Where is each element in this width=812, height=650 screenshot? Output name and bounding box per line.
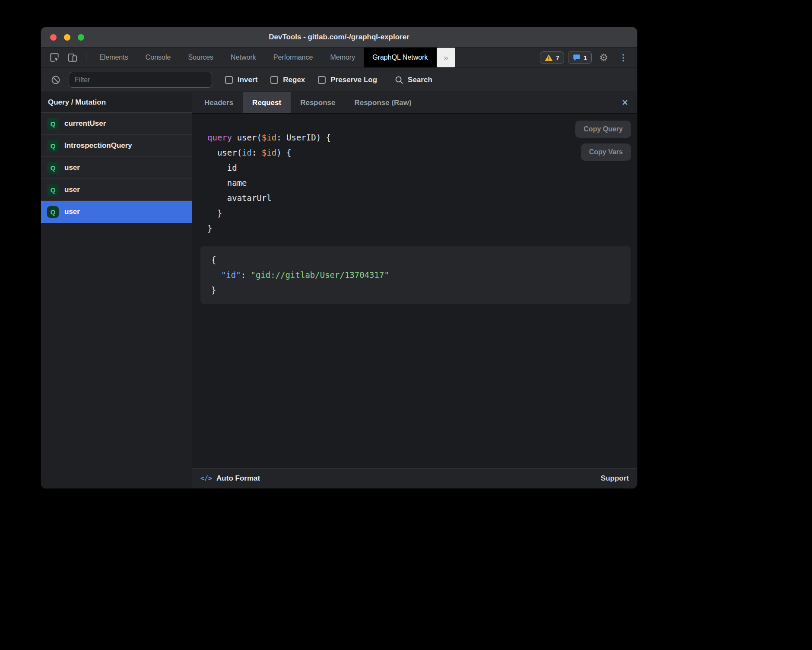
devtools-tab-console[interactable]: Console — [137, 48, 180, 67]
query-item-label: user — [64, 207, 80, 216]
query-type-badge: Q — [47, 140, 59, 152]
filter-input[interactable] — [69, 72, 212, 88]
auto-format-button[interactable]: </> Auto Format — [200, 474, 260, 483]
code-brackets-icon: </> — [200, 475, 212, 482]
code-line: } — [211, 283, 620, 298]
query-item-user[interactable]: Quser — [41, 157, 192, 179]
query-sidebar: Query / Mutation QcurrentUserQIntrospect… — [41, 92, 192, 488]
toolbar-right-controls: 7 1 ⚙ ⋮ — [540, 48, 637, 67]
query-variables-json: { "id": "gid://gitlab/User/13704317"} — [200, 246, 631, 304]
more-tabs-button[interactable]: » — [437, 48, 456, 67]
devtools-tab-performance[interactable]: Performance — [265, 48, 322, 67]
query-item-user[interactable]: Quser — [41, 201, 192, 223]
warning-icon — [545, 54, 553, 61]
devtools-tab-network[interactable]: Network — [222, 48, 265, 67]
graphql-query-code: query user($id: UserID) { user(id: $id) … — [207, 130, 637, 236]
regex-checkbox[interactable] — [270, 76, 278, 84]
chat-bubble-icon — [573, 54, 580, 61]
devtools-toolbar: ElementsConsoleSourcesNetworkPerformance… — [41, 48, 637, 68]
code-line: user(id: $id) { — [207, 145, 637, 160]
code-line: } — [207, 206, 637, 221]
devtools-window: DevTools - gitlab.com/-/graphql-explorer… — [41, 27, 637, 488]
detail-panel: HeadersRequestResponseResponse (Raw) ✕ C… — [192, 92, 637, 488]
query-item-label: IntrospectionQuery — [64, 141, 132, 150]
query-item-currentuser[interactable]: QcurrentUser — [41, 113, 192, 135]
query-item-introspectionquery[interactable]: QIntrospectionQuery — [41, 135, 192, 157]
search-label: Search — [408, 76, 432, 84]
request-panel: Copy Query Copy Vars query user($id: Use… — [192, 114, 637, 468]
minimize-window-button[interactable] — [64, 34, 70, 41]
code-line: "id": "gid://gitlab/User/13704317" — [211, 268, 620, 283]
copy-query-button[interactable]: Copy Query — [575, 121, 631, 138]
filter-toolbar: InvertRegexPreserve Log Search — [41, 68, 637, 92]
warning-count: 7 — [556, 54, 559, 61]
query-type-badge: Q — [47, 206, 59, 218]
code-line: name — [207, 175, 637, 191]
invert-checkbox[interactable] — [225, 76, 233, 84]
main-split: Query / Mutation QcurrentUserQIntrospect… — [41, 92, 637, 488]
regex-option[interactable]: Regex — [270, 76, 305, 84]
preserve-log-label: Preserve Log — [330, 76, 377, 84]
query-type-badge: Q — [47, 118, 59, 130]
query-item-label: currentUser — [64, 119, 106, 128]
device-toolbar-icon[interactable] — [63, 48, 82, 67]
regex-label: Regex — [283, 76, 305, 84]
filter-options: InvertRegexPreserve Log — [225, 76, 377, 84]
desktop-background: DevTools - gitlab.com/-/graphql-explorer… — [0, 0, 812, 650]
detail-tab-response[interactable]: Response — [291, 92, 345, 113]
code-line: } — [207, 221, 637, 236]
titlebar: DevTools - gitlab.com/-/graphql-explorer — [41, 27, 637, 48]
window-controls — [50, 34, 84, 41]
query-type-badge: Q — [47, 162, 59, 174]
copy-buttons: Copy Query Copy Vars — [575, 121, 631, 161]
search-icon — [394, 75, 404, 85]
devtools-tab-sources[interactable]: Sources — [179, 48, 222, 67]
invert-label: Invert — [238, 76, 257, 84]
devtools-tab-graphql-network[interactable]: GraphQL Network — [364, 48, 436, 67]
sidebar-header: Query / Mutation — [41, 92, 192, 113]
detail-tab-response-raw[interactable]: Response (Raw) — [345, 92, 421, 113]
block-clear-icon[interactable] — [47, 75, 64, 85]
close-panel-icon[interactable]: ✕ — [613, 92, 637, 113]
code-line: { — [211, 252, 620, 268]
detail-tabs-bar: HeadersRequestResponseResponse (Raw) ✕ — [192, 92, 637, 114]
auto-format-label: Auto Format — [216, 474, 260, 483]
copy-vars-button[interactable]: Copy Vars — [581, 143, 631, 161]
issue-count: 1 — [584, 54, 587, 61]
preserve-log-option[interactable]: Preserve Log — [318, 76, 377, 84]
issues-badge[interactable]: 1 — [568, 51, 592, 64]
devtools-tabs: ElementsConsoleSourcesNetworkPerformance… — [91, 48, 437, 67]
zoom-window-button[interactable] — [78, 34, 84, 41]
devtools-tab-elements[interactable]: Elements — [91, 48, 137, 67]
inspect-element-icon[interactable] — [45, 48, 63, 67]
close-window-button[interactable] — [50, 34, 57, 41]
warnings-badge[interactable]: 7 — [540, 51, 564, 64]
detail-tab-headers[interactable]: Headers — [195, 92, 243, 113]
preserve-log-checkbox[interactable] — [318, 76, 326, 84]
query-list: QcurrentUserQIntrospectionQueryQuserQuse… — [41, 113, 192, 223]
invert-option[interactable]: Invert — [225, 76, 257, 84]
code-line: id — [207, 160, 637, 175]
toolbar-divider — [86, 53, 86, 62]
detail-footer: </> Auto Format Support — [192, 468, 637, 488]
devtools-tab-memory[interactable]: Memory — [321, 48, 364, 67]
settings-gear-icon[interactable]: ⚙ — [596, 52, 612, 64]
query-item-user[interactable]: Quser — [41, 179, 192, 201]
window-title: DevTools - gitlab.com/-/graphql-explorer — [41, 33, 637, 41]
detail-tab-request[interactable]: Request — [243, 92, 291, 113]
support-link[interactable]: Support — [601, 474, 629, 483]
detail-tabs: HeadersRequestResponseResponse (Raw) — [195, 92, 421, 113]
query-item-label: user — [64, 185, 80, 194]
more-options-icon[interactable]: ⋮ — [615, 52, 631, 63]
code-line: query user($id: UserID) { — [207, 130, 637, 145]
query-item-label: user — [64, 163, 80, 172]
code-line: avatarUrl — [207, 191, 637, 206]
search-button[interactable]: Search — [394, 75, 432, 85]
query-type-badge: Q — [47, 184, 59, 196]
